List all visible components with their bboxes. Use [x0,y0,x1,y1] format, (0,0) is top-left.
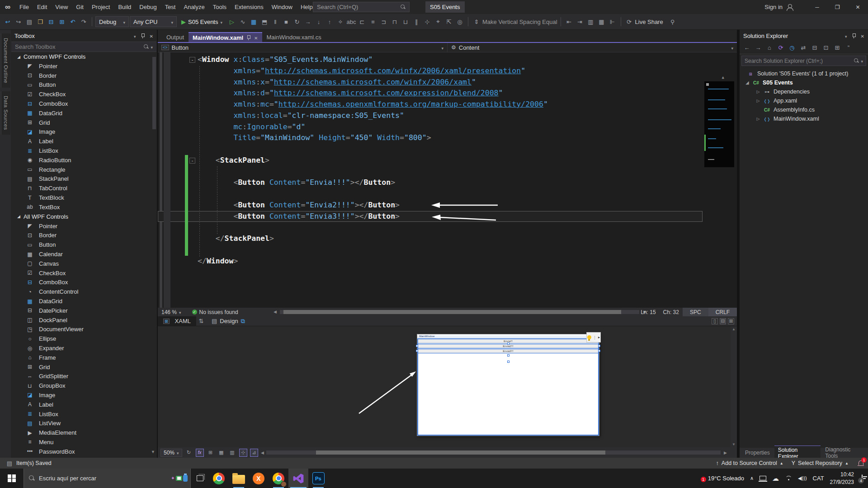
toolbox-item[interactable]: A Label [11,400,157,409]
menu-item[interactable]: Tools [209,0,231,14]
quick-search-box[interactable]: Search (Ctrl+Q) [313,2,410,12]
toolbar-icon[interactable]: ⊓ [390,16,400,27]
toolbox-item[interactable]: ⊞ Grid [11,362,157,372]
menu-item[interactable]: Analyze [179,0,208,14]
code-line[interactable] [158,166,703,178]
minimize-button[interactable]: ─ [807,0,827,14]
toolbar-icon[interactable]: ⊔ [401,16,410,27]
user-profile-icon[interactable] [786,4,793,11]
scroll-down-icon[interactable]: ▼ [732,442,736,446]
code-line[interactable]: -<StackPanel> [158,155,703,166]
toolbar-icon[interactable]: ≡ [368,16,378,27]
design-horizontal-scrollbar[interactable] [266,450,721,455]
device-icon[interactable] [760,476,766,480]
toolbar-icon[interactable]: ⊏ [357,16,367,27]
design-vertical-scrollbar[interactable]: ▲ ▼ [731,326,737,447]
editor-zoom-dropdown[interactable]: 146 % [158,309,185,315]
tab-xaml[interactable]: ⊠XAML [158,316,196,326]
toolbox-item[interactable]: ▦ DataGrid [11,296,157,306]
document-outline-tab[interactable]: Document Outline [1,33,10,88]
se-toolbar-icon[interactable]: ← [743,42,750,53]
selection-handle[interactable] [598,345,600,347]
toolbar-icon[interactable]: ▥ [586,16,596,27]
toolbar-icon[interactable]: ▤ [24,16,34,27]
toolbar-icon[interactable]: ↻ [292,16,302,27]
tree-row[interactable]: Solution 'S05 Events' (1 of 1 project) [740,69,868,78]
close-button[interactable]: ✕ [848,0,868,14]
code-editor[interactable]: -<Window x:Class="S05_Events.MainWindow"… [158,52,737,308]
taskbar-visual-studio[interactable] [288,469,308,488]
toolbox-item[interactable]: ▶ MediaElement [11,428,157,437]
notifications-bell-button[interactable]: 1 [859,460,863,466]
code-line[interactable]: </Window> [158,256,703,267]
toolbar-icon[interactable]: ↶ [68,16,78,27]
toolbar-icon[interactable]: ◎ [455,16,465,27]
code-line[interactable]: mc:Ignorable="d" [158,122,703,133]
ruler-icon[interactable]: ▥ [228,449,236,457]
close-icon[interactable] [254,34,258,41]
toolbox-item[interactable]: ab TextBox [11,202,157,212]
toolbar-icon[interactable]: ⌖ [433,16,443,27]
tab-properties[interactable]: Properties [741,449,774,457]
weather-widget[interactable]: 1 19°C Soleado [704,475,744,482]
toolbar-icon[interactable]: ⊞ [57,16,67,27]
swap-views-icon[interactable]: ⇅ [196,316,206,327]
design-zoom-dropdown[interactable]: 50% [160,449,182,457]
search-icon[interactable] [401,5,406,9]
selection-handle[interactable] [416,350,418,352]
taskbar-file-explorer[interactable] [229,469,249,488]
se-toolbar-icon[interactable]: ⌂ [766,42,773,53]
toolbox-item[interactable]: ⊡ Border [11,231,157,240]
toolbox-item[interactable]: ▤ ListView [11,418,157,428]
tree-row[interactable]: AssemblyInfo.cs [740,105,868,114]
toolbox-item[interactable]: ▢ Canvas [11,259,157,268]
tab-output[interactable]: Output [162,32,188,42]
toolbox-item[interactable]: ◎ Expander [11,343,157,353]
toolbox-item[interactable]: ⊟ ComboBox [11,99,157,108]
tree-expander-icon[interactable]: ▷ [756,117,760,121]
scroll-down-icon[interactable]: ▼ [151,450,155,454]
start-button[interactable] [0,469,24,488]
close-icon[interactable] [150,33,153,39]
se-toolbar-icon[interactable]: ” [845,42,852,53]
toolbox-item[interactable]: ⇔ GridSplitter [11,372,157,381]
toolbox-item[interactable]: ⊟ DatePicker [11,306,157,315]
show-grid-icon[interactable]: ⊞ [207,449,215,457]
toolbox-item[interactable]: ◔ ContentControl [11,287,157,296]
menu-item[interactable]: View [51,0,72,14]
fold-toggle-icon[interactable]: - [189,57,195,63]
wifi-icon[interactable] [785,476,792,481]
scroll-right-icon[interactable]: ▶ [724,450,727,455]
toolbox-item[interactable]: ◫ DockPanel [11,315,157,325]
toolbar-icon[interactable]: ■ [281,16,291,27]
split-horizontal-icon[interactable]: ⊟ [720,318,726,324]
menu-item[interactable]: Window [268,0,297,14]
toolbox-item[interactable]: ≡ Menu [11,437,157,447]
toolbox-scrollbar[interactable] [152,57,156,129]
design-window-preview[interactable]: MainWindow Envia!!! Envia2!!! Envia3!!! [417,334,599,436]
toolbar-icon[interactable]: ⊹ [422,16,432,27]
toolbar-icon[interactable]: abc [346,16,356,27]
code-line[interactable]: </StackPanel> [158,233,703,244]
toolbox-item[interactable]: A Label [11,136,157,146]
toolbox-item[interactable]: ⊔ GroupBox [11,381,157,390]
clock[interactable]: 10:42 27/9/2023 [830,471,854,485]
tree-row[interactable]: ◢ S05 Events [740,78,868,87]
tree-row[interactable]: ▷ Dependencies [740,87,868,96]
toolbox-item[interactable]: ☑ CheckBox [11,268,157,278]
code-line[interactable]: xmlns:d="http://schemas.microsoft.com/ex… [158,88,703,99]
expand-pane-icon[interactable]: ⊠ [728,318,734,324]
tab-diagnostic-tools[interactable]: Diagnostic Tools [821,446,866,458]
scroll-left-icon[interactable]: ◀ [274,310,277,314]
taskbar-photoshop[interactable]: Ps [308,469,328,488]
toolbox-item[interactable]: ⊟ ComboBox [11,278,157,287]
selection-handle[interactable] [416,345,418,347]
quick-actions-lightb[interactable]: ⋮ ▸ [586,332,601,343]
taskbar-chrome-profile[interactable] [269,469,288,488]
toolbox-item[interactable]: ⊞ Grid [11,118,157,127]
chevron-down-icon[interactable] [845,33,847,39]
platform-dropdown[interactable]: Any CPU [130,16,177,27]
toolbar-icon[interactable]: ⇤ [564,16,574,27]
spaces-indicator[interactable]: SPC [683,308,708,316]
chevron-down-icon[interactable] [134,33,136,39]
